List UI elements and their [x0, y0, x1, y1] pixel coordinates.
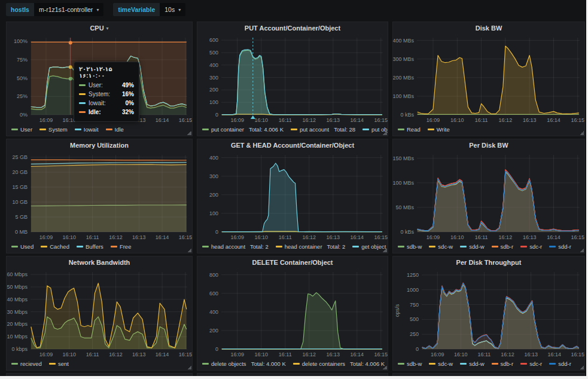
- legend-item[interactable]: Used: [11, 243, 33, 250]
- svg-text:0 kBs: 0 kBs: [400, 112, 414, 118]
- legend-color-icon: [362, 129, 369, 130]
- svg-text:16:09: 16:09: [431, 352, 444, 357]
- panel-title-cpu[interactable]: CPU ▾: [7, 22, 192, 34]
- get-head-plot[interactable]: 16:0916:1016:1116:1216:1316:1416:1501002…: [197, 151, 388, 242]
- panel-per-disk-bw: Per Disk BW 16:0916:1016:1116:1216:1316:…: [392, 139, 585, 253]
- legend-item[interactable]: sdb-r: [492, 360, 514, 367]
- panel-resize-handle[interactable]: [580, 248, 584, 252]
- panel-memory: Memory Utilization 16:0916:1016:1116:121…: [6, 139, 193, 253]
- svg-text:ops/s: ops/s: [394, 304, 400, 317]
- legend-series-label: Write: [437, 126, 450, 133]
- memory-graph[interactable]: 16:0916:1016:1116:1216:1316:1416:150 MB5…: [7, 151, 192, 242]
- panel-resize-handle[interactable]: [383, 365, 387, 369]
- svg-text:16:15: 16:15: [374, 352, 388, 357]
- legend-item[interactable]: sdd-w: [460, 243, 484, 250]
- disk-bw-plot[interactable]: 16:0916:1016:1116:1216:1316:1416:150 kBs…: [393, 34, 584, 124]
- legend-item[interactable]: recieved: [11, 360, 42, 367]
- legend-item[interactable]: head containerTotal: 2: [276, 243, 346, 250]
- svg-text:1250: 1250: [407, 272, 419, 278]
- svg-text:16:12: 16:12: [499, 117, 513, 123]
- legend-color-icon: [549, 246, 556, 247]
- svg-text:100 MBs: 100 MBs: [393, 180, 414, 186]
- svg-text:200: 200: [209, 328, 218, 334]
- legend-item[interactable]: head accountTotal: 2: [202, 243, 269, 250]
- legend-item[interactable]: sdc-w: [429, 360, 453, 367]
- svg-text:16:14: 16:14: [351, 117, 364, 123]
- put-plot[interactable]: 16:0916:1016:1116:1216:1316:1416:1501002…: [197, 34, 388, 124]
- legend-item[interactable]: sdc-r: [520, 360, 542, 367]
- dashboard-submenu: hostIs m-r1z1s1-controller ▾ timeVariabl…: [0, 0, 586, 19]
- legend-item[interactable]: sdd-w: [460, 360, 484, 367]
- legend-item[interactable]: put accountTotal: 28: [291, 126, 355, 133]
- disk-bw-graph[interactable]: 16:0916:1016:1116:1216:1316:1416:150 kBs…: [393, 34, 584, 124]
- legend-item[interactable]: System: [39, 126, 68, 133]
- legend-item[interactable]: Buffers: [77, 243, 103, 250]
- panel-resize-handle[interactable]: [187, 131, 191, 135]
- variable-hostis-dropdown[interactable]: m-r1z1s1-controller ▾: [34, 3, 103, 16]
- panel-title-per-disk-throughput[interactable]: Per Disk Throughput: [393, 256, 584, 268]
- legend-item[interactable]: User: [11, 126, 32, 133]
- panel-title-disk-bw[interactable]: Disk BW: [393, 22, 584, 34]
- legend-item[interactable]: sdb-w: [398, 360, 422, 367]
- legend-series-label: System: [48, 126, 68, 133]
- legend-item[interactable]: sdb-r: [492, 243, 514, 250]
- panel-resize-handle[interactable]: [187, 248, 191, 252]
- legend-item[interactable]: sdd-r: [549, 360, 571, 367]
- panel-title-delete[interactable]: DELETE Container/Object: [197, 256, 388, 268]
- panel-resize-handle[interactable]: [580, 365, 584, 369]
- network-graph[interactable]: 16:0916:1016:1116:1216:1316:1416:150 kbp…: [7, 268, 192, 359]
- legend-item[interactable]: Iowait: [75, 126, 99, 133]
- per-disk-throughput-plot[interactable]: 16:0916:1016:1116:1216:1316:1416:1502505…: [393, 268, 584, 359]
- legend-item[interactable]: sdc-w: [429, 243, 453, 250]
- memory-plot[interactable]: 16:0916:1016:1116:1216:1316:1416:150 MB5…: [7, 151, 192, 242]
- legend-item[interactable]: sent: [49, 360, 69, 367]
- legend-item[interactable]: sdd-r: [549, 243, 571, 250]
- svg-text:0 MB: 0 MB: [15, 229, 28, 235]
- legend-item[interactable]: Read: [398, 126, 421, 133]
- panel-title-memory[interactable]: Memory Utilization: [7, 139, 192, 151]
- legend-item[interactable]: Write: [428, 126, 450, 133]
- panel-title-get-head[interactable]: GET & HEAD Account/Container/Object: [197, 139, 388, 151]
- panel-title-network[interactable]: Network Bandwidth: [7, 256, 192, 268]
- delete-plot[interactable]: 16:0916:1016:1116:1216:1316:1416:1502004…: [197, 268, 388, 359]
- svg-text:16:15: 16:15: [179, 352, 192, 357]
- svg-text:16:10: 16:10: [450, 117, 464, 123]
- panel-resize-handle[interactable]: [187, 365, 191, 369]
- panel-resize-handle[interactable]: [580, 131, 584, 135]
- tooltip-series-label: Idle:: [89, 109, 119, 115]
- panel-resize-handle[interactable]: [383, 248, 387, 252]
- panel-title-put[interactable]: PUT Account/Container/Object: [197, 22, 388, 34]
- panel-title-per-disk-bw[interactable]: Per Disk BW: [393, 139, 584, 151]
- svg-text:50%: 50%: [17, 75, 28, 81]
- svg-text:750: 750: [410, 302, 419, 308]
- svg-text:400 MBs: 400 MBs: [393, 38, 414, 44]
- legend-item[interactable]: Free: [111, 243, 132, 250]
- network-plot[interactable]: 16:0916:1016:1116:1216:1316:1416:150 kbp…: [7, 268, 192, 359]
- svg-text:16:11: 16:11: [475, 117, 488, 123]
- legend-color-icon: [106, 129, 112, 130]
- panel-title-text: CPU: [90, 25, 103, 32]
- legend-series-label: Idle: [115, 126, 124, 133]
- put-graph[interactable]: 16:0916:1016:1116:1216:1316:1416:1501002…: [197, 34, 388, 124]
- cpu-plot[interactable]: 16:0916:1016:1116:1216:1316:1416:150%25%…: [7, 34, 192, 124]
- svg-text:15 GB: 15 GB: [12, 184, 28, 190]
- per-disk-throughput-graph[interactable]: 16:0916:1016:1116:1216:1316:1416:1502505…: [393, 268, 584, 359]
- svg-text:16:09: 16:09: [231, 117, 245, 123]
- delete-graph[interactable]: 16:0916:1016:1116:1216:1316:1416:1502004…: [197, 268, 388, 359]
- legend-item[interactable]: delete objectsTotal: 4.000 K: [202, 360, 286, 367]
- legend-item[interactable]: Cached: [41, 243, 69, 250]
- svg-text:200: 200: [209, 87, 218, 93]
- per-disk-bw-plot[interactable]: 16:0916:1016:1116:1216:1316:1416:150 kBs…: [393, 151, 584, 242]
- panel-resize-handle[interactable]: [383, 131, 387, 135]
- per-disk-bw-graph[interactable]: 16:0916:1016:1116:1216:1316:1416:150 kBs…: [393, 151, 584, 242]
- legend-item[interactable]: sdc-r: [520, 243, 542, 250]
- legend-series-total: Total: 28: [334, 126, 355, 133]
- legend-item[interactable]: Idle: [106, 126, 124, 133]
- legend-item[interactable]: put containerTotal: 4.006 K: [202, 126, 284, 133]
- legend-item[interactable]: delete containersTotal: 4.006 K: [293, 360, 385, 367]
- svg-text:16:13: 16:13: [327, 117, 340, 123]
- legend-item[interactable]: sdb-w: [398, 243, 422, 250]
- svg-text:16:12: 16:12: [499, 234, 513, 240]
- get-head-graph[interactable]: 16:0916:1016:1116:1216:1316:1416:1501002…: [197, 151, 388, 242]
- variable-timevariable-dropdown[interactable]: 10s ▾: [160, 3, 185, 16]
